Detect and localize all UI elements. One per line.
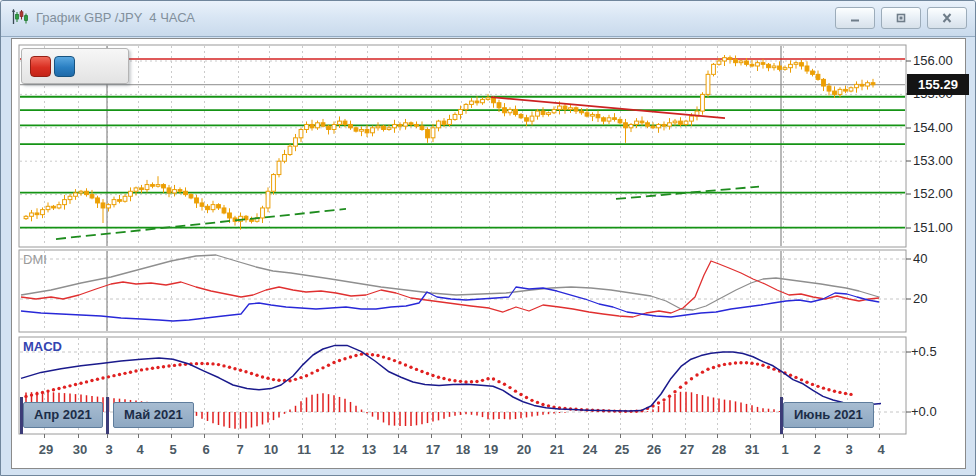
dmi-panel-label: DMI xyxy=(23,252,47,267)
chart-toolbar xyxy=(21,48,129,84)
window-title: График GBP /JPY 4 ЧАСА xyxy=(36,10,195,25)
red-tool-button[interactable] xyxy=(30,56,51,77)
title-bar[interactable]: График GBP /JPY 4 ЧАСА xyxy=(1,1,975,37)
current-price-badge: 155.29 xyxy=(907,74,969,95)
close-button[interactable] xyxy=(927,7,967,29)
chart-window: 2930345671011121314171819202124252627283… xyxy=(0,0,976,476)
minimize-button[interactable] xyxy=(835,7,875,29)
restore-button[interactable] xyxy=(881,7,921,29)
macd-panel-label: MACD xyxy=(23,339,62,354)
candlestick-chart-icon xyxy=(11,8,29,26)
blue-tool-button[interactable] xyxy=(54,56,75,77)
chart-client-area xyxy=(11,38,966,469)
window-controls xyxy=(835,7,967,29)
